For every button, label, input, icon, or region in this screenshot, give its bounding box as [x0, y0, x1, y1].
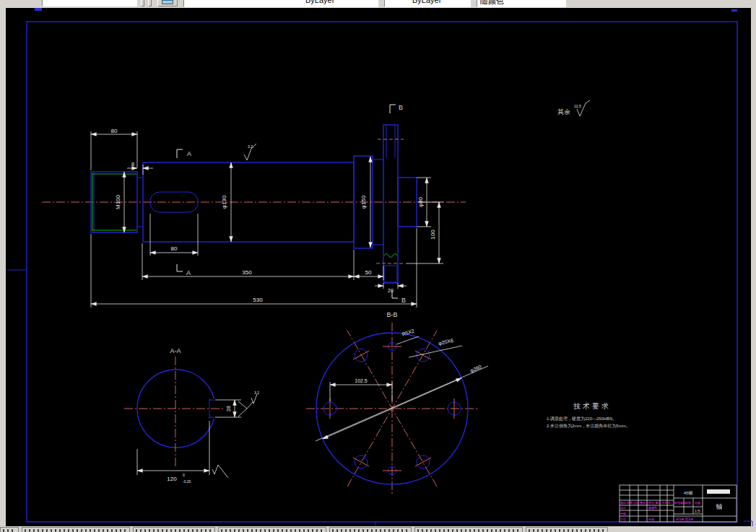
dim-flat-tol-upper: 0 [183, 473, 185, 477]
dim-flat-width: 120 [167, 476, 177, 482]
roughness-rest-value: 12.5 [574, 104, 581, 108]
tech-line-2: 2.未注倒角为2mm，未注圆角半径为5mm。 [547, 423, 630, 429]
dim-keyway-length: 80 [171, 245, 178, 252]
dim-d150: φ150 [360, 195, 367, 209]
dim-flange-thickness: 20 [388, 288, 394, 293]
titleblock-process: 工艺 [620, 518, 626, 521]
application-window: ByLayer ByLayer 随颜色 [0, 0, 756, 532]
titleblock-sheet-info: 共1张 第1张 [676, 518, 694, 521]
layers-icon [162, 0, 173, 4]
dim-thread-length: 80 [111, 128, 118, 134]
section-b-top-label: B [399, 104, 403, 111]
section-bb-label: B-B [386, 311, 397, 318]
dim-flat-tol-lower: -0.20 [183, 479, 191, 484]
toolbar-grip[interactable] [141, 0, 144, 6]
layer-combo[interactable]: ByLayer [183, 0, 378, 7]
status-segment[interactable] [329, 527, 412, 532]
plotstyle-combo[interactable]: 随颜色 [477, 0, 566, 7]
layer-properties-button[interactable] [157, 0, 178, 6]
titleblock-approve: 批准 [648, 518, 654, 521]
part-name-cell: 轴 [716, 503, 723, 510]
status-segment[interactable] [22, 527, 130, 532]
dim-d130: φ130 [221, 195, 227, 209]
titleblock-number-bar [707, 489, 730, 494]
dim-total-length: 530 [253, 297, 263, 303]
color-combo-value: ByLayer [412, 0, 441, 4]
titleblock-scale-value: 1:5 [695, 509, 700, 513]
titleblock-check: 审核 [620, 512, 626, 515]
tech-line-1: 1.调质处理，硬度为220—250HBS。 [547, 416, 617, 422]
window-artifact [35, 8, 42, 11]
roughness-shaft-value: 3.2 [248, 144, 253, 149]
section-b-bottom-label: B [401, 297, 406, 304]
status-segment[interactable] [414, 527, 523, 532]
sheet-frame [6, 8, 752, 526]
plotstyle-combo-value: 随颜色 [480, 0, 504, 6]
roughness-keyway-value: 3.2 [254, 391, 259, 395]
section-a-bottom-label: A [186, 269, 191, 276]
top-toolbar: ByLayer ByLayer 随颜色 [0, 0, 756, 8]
roughness-rest-label: 其余 [557, 108, 570, 115]
color-combo[interactable]: ByLayer [384, 0, 471, 7]
dim-undercut: 8 [131, 161, 135, 167]
status-segment[interactable] [526, 527, 608, 532]
status-segment[interactable] [133, 527, 215, 532]
layer-combo-value: ByLayer [305, 0, 334, 4]
bottom-status-strip [0, 526, 756, 532]
dim-body-length: 350 [242, 269, 252, 276]
dim-hole-offset: 100 [430, 230, 436, 240]
section-a-top-label: A [187, 150, 191, 157]
dim-thread: M100 [115, 194, 121, 209]
toolbar-grip[interactable] [148, 0, 152, 6]
toolbar-field[interactable] [42, 0, 137, 6]
drawing-canvas[interactable]: 80 8 M100 φ130 φ150 φ80 100 [6, 8, 751, 526]
section-aa-label: A-A [170, 347, 181, 354]
titleblock-mass-label: 质量 [685, 501, 691, 505]
titleblock-design: 设计 [620, 506, 626, 510]
status-segment[interactable] [218, 527, 326, 532]
dim-bolt-offset: 102.5 [355, 378, 368, 383]
dim-collar-length: 50 [365, 269, 372, 276]
dim-keyway-width: 28 [226, 406, 231, 411]
material-cell: 45钢 [684, 490, 693, 495]
drawing-sheet: 80 8 M100 φ130 φ150 φ80 100 [0, 0, 756, 532]
window-artifact [731, 9, 737, 12]
tech-title: 技术要求 [573, 402, 611, 410]
status-segment[interactable] [0, 527, 19, 532]
